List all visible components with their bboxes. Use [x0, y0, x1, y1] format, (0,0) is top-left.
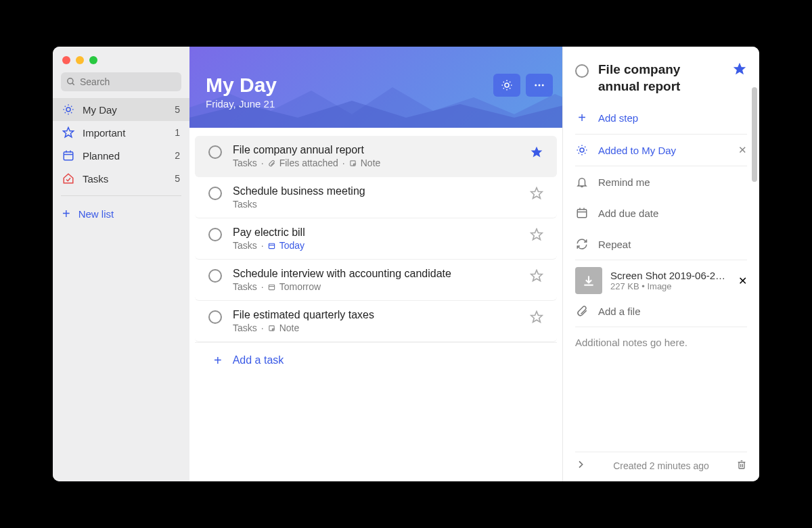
task-star-button[interactable] — [530, 228, 543, 241]
repeat-label: Repeat — [598, 239, 747, 250]
sun-icon — [62, 103, 74, 116]
header-actions — [493, 74, 553, 97]
nav-planned[interactable]: Planned 2 — [53, 144, 189, 167]
nav-tasks[interactable]: Tasks 5 — [53, 167, 189, 190]
svg-marker-33 — [531, 229, 543, 240]
sun-icon — [575, 144, 589, 156]
remove-attachment-button[interactable]: ✕ — [738, 274, 747, 287]
attachment-meta: 227 KB • Image — [610, 281, 730, 291]
svg-line-47 — [579, 153, 579, 154]
task-row[interactable]: Schedule interview with accounting candi… — [195, 260, 557, 301]
remove-my-day-button[interactable]: ✕ — [738, 144, 747, 156]
add-step-button[interactable]: + Add step — [575, 101, 747, 134]
hide-detail-button[interactable] — [575, 459, 586, 472]
calendar-icon — [268, 283, 275, 291]
task-star-button[interactable] — [530, 269, 543, 283]
detail-title[interactable]: File company annual report — [598, 62, 723, 95]
task-body: Schedule interview with accounting candi… — [233, 268, 519, 292]
bell-icon — [575, 176, 589, 188]
detail-header: File company annual report — [575, 62, 747, 95]
svg-line-23 — [503, 88, 504, 89]
star-icon — [62, 126, 74, 139]
nav-my-day[interactable]: My Day 5 — [53, 98, 189, 121]
due-label: Add due date — [598, 208, 747, 219]
nav-important[interactable]: Important 1 — [53, 121, 189, 144]
search-field[interactable] — [61, 72, 181, 91]
task-body: Schedule business meeting Tasks — [233, 185, 519, 210]
scrollbar-thumb[interactable] — [752, 87, 757, 182]
more-options-button[interactable] — [526, 74, 553, 97]
task-title: Pay electric bill — [233, 226, 519, 239]
detail-footer: Created 2 minutes ago — [575, 452, 747, 472]
task-row[interactable]: File company annual report Tasks· Files … — [195, 136, 557, 177]
svg-line-7 — [65, 106, 66, 107]
svg-point-40 — [580, 148, 584, 152]
task-row[interactable]: File estimated quarterly taxes Tasks· No… — [195, 301, 557, 342]
add-file-button[interactable]: Add a file — [575, 301, 747, 327]
notes-field[interactable]: Additional notes go here. — [575, 327, 747, 452]
new-list-label: New list — [78, 208, 114, 220]
task-row[interactable]: Pay electric bill Tasks· Today — [195, 218, 557, 260]
detail-checkbox[interactable] — [575, 64, 589, 78]
repeat-icon — [575, 238, 589, 250]
sidebar: My Day 5 Important 1 Planned 2 — [53, 47, 189, 481]
svg-marker-11 — [64, 128, 74, 137]
svg-line-21 — [503, 82, 504, 82]
svg-point-0 — [68, 78, 73, 84]
add-task-label: Add a task — [233, 354, 284, 366]
maximize-window-button[interactable] — [89, 56, 97, 64]
task-star-button[interactable] — [530, 187, 543, 200]
search-input[interactable] — [80, 76, 176, 87]
search-icon — [66, 77, 76, 87]
nav-count: 1 — [175, 127, 180, 138]
list-header: My Day Friday, June 21 — [189, 47, 562, 128]
added-to-my-day[interactable]: Added to My Day ✕ — [575, 135, 747, 166]
svg-line-45 — [579, 147, 579, 147]
remind-label: Remind me — [598, 176, 747, 188]
task-checkbox[interactable] — [208, 310, 222, 324]
svg-line-46 — [585, 153, 585, 154]
note-icon — [349, 160, 357, 167]
detail-star-button[interactable] — [732, 62, 747, 79]
svg-line-24 — [510, 82, 510, 82]
main-pane: My Day Friday, June 21 File company annu… — [189, 47, 563, 481]
task-body: Pay electric bill Tasks· Today — [233, 226, 519, 251]
task-checkbox[interactable] — [208, 228, 222, 241]
task-body: File estimated quarterly taxes Tasks· No… — [233, 309, 519, 333]
add-task-button[interactable]: + Add a task — [195, 342, 557, 378]
task-checkbox[interactable] — [208, 145, 222, 159]
details-pane: File company annual report + Add step Ad… — [563, 47, 759, 481]
attachment-row[interactable]: Screen Shot 2019-06-21… 227 KB • Image ✕ — [575, 260, 747, 301]
nav-count: 2 — [175, 150, 180, 161]
nav-label: Planned — [83, 150, 166, 162]
task-checkbox[interactable] — [208, 269, 222, 283]
close-window-button[interactable] — [62, 56, 70, 64]
nav-label: My Day — [83, 104, 166, 116]
attachment-icon — [268, 160, 275, 167]
svg-point-25 — [535, 85, 537, 87]
remind-me-button[interactable]: Remind me — [575, 166, 747, 197]
svg-rect-55 — [739, 462, 744, 469]
svg-line-48 — [585, 147, 585, 147]
minimize-window-button[interactable] — [76, 56, 84, 64]
svg-rect-12 — [64, 152, 73, 160]
task-star-button[interactable] — [530, 310, 543, 324]
task-star-button[interactable] — [530, 145, 543, 159]
task-meta: Tasks — [233, 199, 519, 210]
created-label: Created 2 minutes ago — [586, 460, 736, 471]
delete-task-button[interactable] — [736, 459, 747, 472]
task-list: File company annual report Tasks· Files … — [189, 128, 562, 481]
svg-line-1 — [72, 83, 74, 85]
add-due-date-button[interactable]: Add due date — [575, 197, 747, 229]
svg-line-22 — [510, 88, 510, 89]
new-list-button[interactable]: + New list — [53, 201, 189, 226]
task-body: File company annual report Tasks· Files … — [233, 144, 519, 168]
task-checkbox[interactable] — [208, 187, 222, 200]
task-meta: Tasks· Today — [233, 240, 519, 251]
my-day-label: Added to My Day — [598, 145, 729, 156]
repeat-button[interactable]: Repeat — [575, 229, 747, 260]
task-row[interactable]: Schedule business meeting Tasks — [195, 177, 557, 218]
svg-point-16 — [505, 83, 509, 87]
suggestions-button[interactable] — [493, 74, 520, 97]
app-window: My Day 5 Important 1 Planned 2 — [53, 47, 759, 481]
